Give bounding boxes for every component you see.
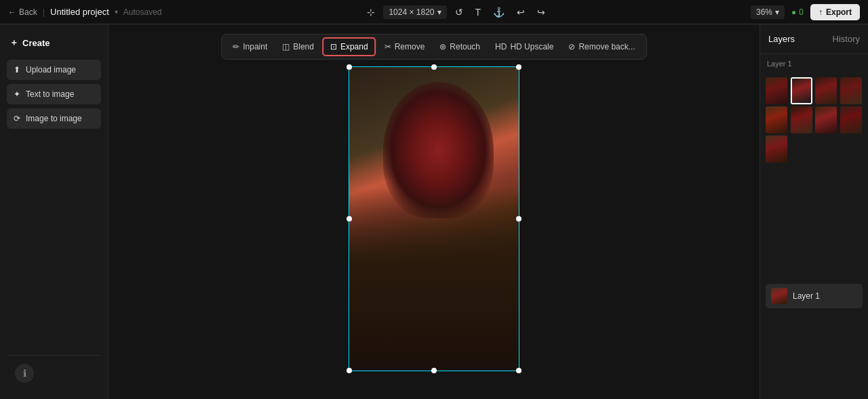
- create-header: ＋ Create: [7, 33, 101, 53]
- upload-image-button[interactable]: ⬆ Upload image: [7, 60, 101, 80]
- remove-back-label: Remove back...: [578, 42, 635, 51]
- handle-top-left[interactable]: [347, 64, 352, 70]
- select-tool-button[interactable]: ⊹: [363, 4, 379, 20]
- blend-label: Blend: [293, 42, 314, 51]
- info-icon: ℹ: [23, 368, 26, 379]
- handle-top-center[interactable]: [431, 64, 437, 70]
- expand-icon: ⊡: [330, 42, 337, 51]
- handle-bottom-right[interactable]: [516, 368, 521, 373]
- export-arrow-icon: ↑: [818, 7, 823, 17]
- image-to-image-icon: ⟳: [14, 114, 20, 123]
- right-panel: Layers History Layer 1 Layer 1: [760, 24, 868, 399]
- canvas-area[interactable]: ✏ Inpaint ◫ Blend ⊡ Expand ✂ Remove ⊛ Re…: [108, 24, 760, 399]
- thumbnail-5[interactable]: [766, 106, 787, 133]
- layer-name: Layer 1: [793, 291, 820, 301]
- history-tab[interactable]: History: [833, 31, 860, 47]
- canvas-wrapper: ↻: [349, 66, 519, 371]
- upload-icon: ⬆: [14, 65, 20, 75]
- thumbnail-8[interactable]: [840, 106, 862, 133]
- remove-label: Remove: [395, 42, 425, 51]
- inpaint-button[interactable]: ✏ Inpaint: [226, 39, 274, 55]
- layer-list: Layer 1: [760, 278, 868, 400]
- retouch-button[interactable]: ⊛ Retouch: [433, 39, 487, 55]
- right-panel-header: Layers History: [760, 24, 868, 54]
- image-to-image-button[interactable]: ⟳ Image to image: [7, 108, 101, 129]
- handle-bottom-left[interactable]: [347, 368, 352, 373]
- layer-section: Layer 1: [760, 54, 868, 77]
- topbar-center: ⊹ 1024 × 1820 ▾ ↺ T ⚓ ↩ ↪: [363, 4, 549, 20]
- plus-icon: ＋: [9, 37, 18, 49]
- image-to-image-label: Image to image: [26, 114, 82, 123]
- left-sidebar: ＋ Create ⬆ Upload image ✦ Text to image …: [0, 24, 108, 399]
- back-button[interactable]: ← Back: [8, 7, 37, 17]
- zoom-value: 36%: [756, 7, 772, 17]
- back-arrow-icon: ←: [8, 7, 16, 17]
- network-dot-icon: ●: [791, 7, 796, 17]
- network-indicator: ● 0: [791, 7, 804, 17]
- layer-item[interactable]: Layer 1: [766, 284, 863, 308]
- handle-middle-left[interactable]: [347, 216, 352, 222]
- dimension-display[interactable]: 1024 × 1820 ▾: [383, 5, 446, 19]
- retouch-icon: ⊛: [439, 42, 446, 51]
- chevron-down-icon: ▾: [115, 8, 118, 16]
- canvas-image: [349, 67, 519, 371]
- text-to-image-icon: ✦: [14, 89, 20, 99]
- inpaint-icon: ✏: [233, 42, 239, 51]
- canvas-image-container[interactable]: [349, 66, 519, 371]
- blend-icon: ◫: [282, 42, 290, 51]
- hd-upscale-button[interactable]: HD HD Upscale: [488, 39, 560, 55]
- thumbnail-2[interactable]: [791, 77, 812, 104]
- main-layout: ＋ Create ⬆ Upload image ✦ Text to image …: [0, 24, 868, 399]
- thumbnail-7[interactable]: [815, 106, 837, 133]
- zoom-display[interactable]: 36% ▾: [751, 5, 785, 19]
- export-button[interactable]: ↑ Export: [810, 4, 860, 20]
- info-button[interactable]: ℹ: [15, 364, 34, 383]
- create-label: Create: [22, 38, 50, 48]
- thumbnails-grid: [760, 77, 868, 168]
- topbar: ← Back | Untitled project ▾ Autosaved ⊹ …: [0, 0, 868, 24]
- remove-button[interactable]: ✂ Remove: [378, 39, 432, 55]
- inpaint-label: Inpaint: [243, 42, 267, 51]
- handle-top-right[interactable]: [516, 64, 521, 70]
- undo-button[interactable]: ↩: [513, 4, 529, 20]
- text-tool-button[interactable]: T: [471, 4, 486, 20]
- remove-icon: ✂: [384, 42, 391, 51]
- bottom-bar: ℹ: [7, 355, 101, 391]
- expand-label: Expand: [340, 42, 368, 51]
- thumbnail-1[interactable]: [766, 77, 787, 104]
- topbar-right: 36% ▾ ● 0 ↑ Export: [751, 4, 860, 20]
- autosaved-label: Autosaved: [123, 7, 162, 17]
- text-to-image-label: Text to image: [26, 89, 74, 99]
- history-tool-button[interactable]: ↺: [451, 4, 467, 20]
- tool-strip: ✏ Inpaint ◫ Blend ⊡ Expand ✂ Remove ⊛ Re…: [221, 34, 647, 60]
- redo-button[interactable]: ↪: [533, 4, 549, 20]
- link-tool-button[interactable]: ⚓: [489, 4, 509, 20]
- layers-tab[interactable]: Layers: [768, 31, 795, 47]
- zoom-chevron-icon: ▾: [775, 7, 779, 17]
- remove-back-button[interactable]: ⊘ Remove back...: [561, 39, 642, 55]
- topbar-left: ← Back | Untitled project ▾ Autosaved: [8, 7, 162, 17]
- layer-1-label: Layer 1: [767, 60, 861, 68]
- network-count: 0: [799, 7, 804, 17]
- blend-button[interactable]: ◫ Blend: [275, 39, 321, 55]
- thumbnail-3[interactable]: [815, 77, 837, 104]
- expand-button[interactable]: ⊡ Expand: [322, 37, 376, 56]
- thumbnail-4[interactable]: [840, 77, 862, 104]
- thumbnail-9[interactable]: [766, 135, 787, 163]
- remove-back-icon: ⊘: [568, 42, 575, 51]
- text-to-image-button[interactable]: ✦ Text to image: [7, 84, 101, 104]
- hd-icon: HD: [495, 42, 507, 51]
- export-label: Export: [826, 7, 852, 17]
- back-label: Back: [19, 7, 37, 17]
- hd-upscale-label: HD Upscale: [510, 42, 553, 51]
- handle-bottom-center[interactable]: [431, 368, 437, 373]
- thumbnail-6[interactable]: [791, 106, 812, 133]
- dimension-value: 1024 × 1820: [389, 7, 434, 17]
- handle-middle-right[interactable]: [516, 216, 521, 222]
- dimension-chevron-icon: ▾: [437, 7, 441, 17]
- layer-thumbnail: [771, 288, 787, 304]
- project-name[interactable]: Untitled project: [50, 7, 109, 17]
- upload-image-label: Upload image: [26, 65, 76, 75]
- retouch-label: Retouch: [450, 42, 480, 51]
